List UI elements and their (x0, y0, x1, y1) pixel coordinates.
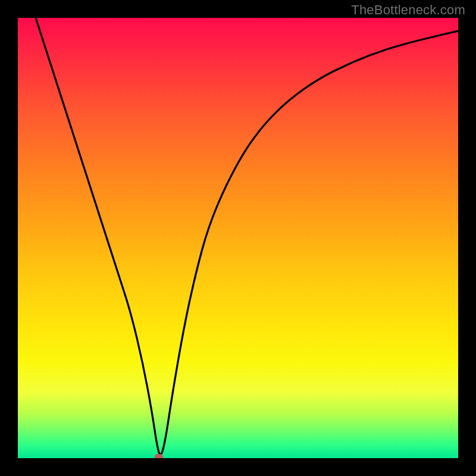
curve-svg (18, 18, 458, 458)
minimum-marker (155, 454, 163, 458)
plot-area (18, 18, 458, 458)
chart-frame: TheBottleneck.com (0, 0, 476, 476)
watermark-label: TheBottleneck.com (351, 2, 465, 18)
bottleneck-curve (36, 18, 458, 455)
